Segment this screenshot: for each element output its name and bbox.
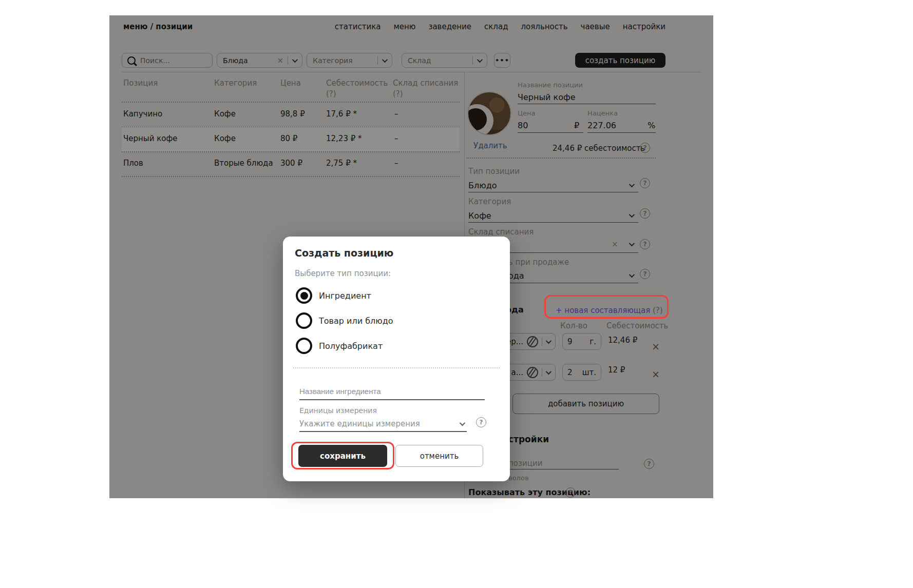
name-input-underline [299,399,485,400]
screenshot-stage: меню / позиции статистика меню заведение… [0,0,913,588]
modal-title: Создать позицию [295,247,393,259]
create-position-modal: Создать позицию Выберите тип позиции: Ин… [283,237,510,481]
radio-selected-icon[interactable] [296,287,312,304]
annotation-save-box [291,442,394,469]
units-label: Единицы измерения [299,406,377,415]
chevron-down-icon[interactable] [460,420,465,426]
radio-label: Ингредиент [319,291,371,301]
modal-subtitle: Выберите тип позиции: [295,269,391,278]
radio-label: Товар или блюдо [319,316,393,326]
radio-option-semifinished[interactable]: Полуфабрикат [296,338,383,354]
radio-unselected-icon[interactable] [296,338,312,354]
cancel-button[interactable]: отменить [395,445,483,467]
modal-dotted-divider [293,367,500,368]
units-select-placeholder[interactable]: Укажите единицы измерения [299,419,420,428]
annotation-highlight-box [544,295,669,319]
radio-unselected-icon[interactable] [296,312,312,329]
radio-option-ingredient[interactable]: Ингредиент [296,287,371,304]
help-icon[interactable]: ? [476,417,486,427]
ingredient-name-input[interactable] [299,387,484,396]
units-underline [299,431,467,432]
radio-label: Полуфабрикат [319,341,383,351]
radio-option-product[interactable]: Товар или блюдо [296,312,393,329]
